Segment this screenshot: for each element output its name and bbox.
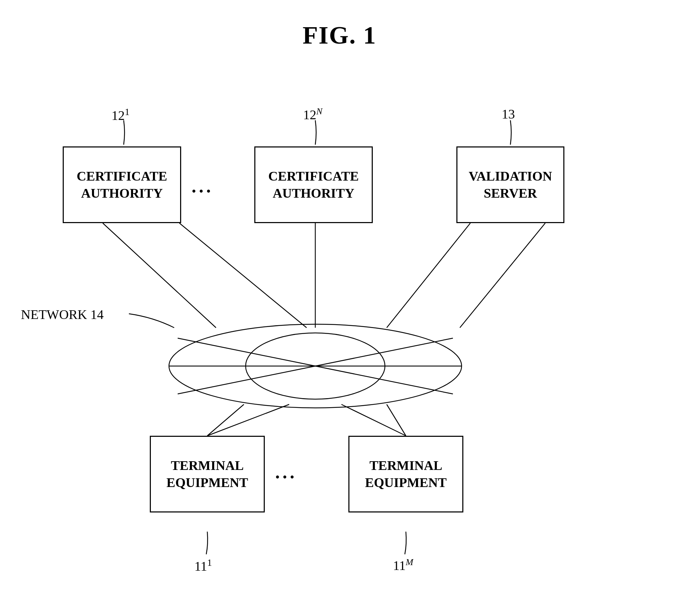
diagram-svg (0, 52, 679, 610)
ca1-label: CERTIFICATE AUTHORITY (77, 168, 167, 202)
ref-ca1: 121 (111, 106, 130, 123)
te1-label: TERMINAL EQUIPMENT (167, 457, 248, 492)
te2-label: TERMINAL EQUIPMENT (365, 457, 447, 492)
ref-te1: 111 (194, 557, 212, 574)
box-vs: VALIDATION SERVER (456, 146, 564, 223)
svg-line-4 (460, 223, 545, 328)
ref-ca2: 12N (303, 106, 322, 122)
box-te1: TERMINAL EQUIPMENT (150, 436, 265, 512)
dots-te: ... (275, 462, 297, 482)
ca2-label: CERTIFICATE AUTHORITY (268, 168, 359, 202)
box-ca1: CERTIFICATE AUTHORITY (63, 146, 181, 223)
svg-line-5 (207, 404, 244, 436)
ref-te2: 11M (393, 557, 413, 573)
svg-line-3 (387, 223, 470, 328)
box-te2: TERMINAL EQUIPMENT (348, 436, 463, 512)
network-label: NETWORK 14 (21, 307, 103, 322)
figure-title: FIG. 1 (0, 0, 679, 50)
vs-label: VALIDATION SERVER (469, 168, 552, 202)
dots-ca: ... (192, 176, 214, 197)
svg-line-6 (207, 404, 289, 436)
box-ca2: CERTIFICATE AUTHORITY (254, 146, 373, 223)
ref-vs: 13 (502, 106, 515, 122)
